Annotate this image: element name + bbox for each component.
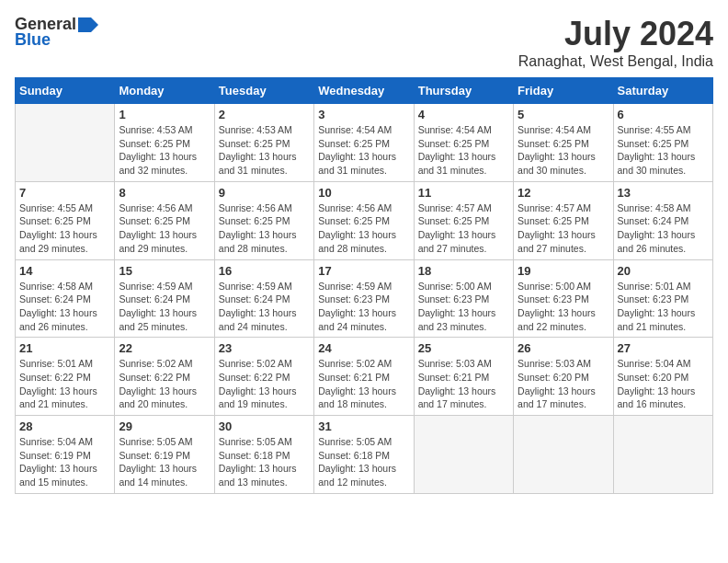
cell-info: Sunrise: 5:02 AM Sunset: 6:22 PM Dayligh… xyxy=(219,357,310,411)
calendar-cell: 25Sunrise: 5:03 AM Sunset: 6:21 PM Dayli… xyxy=(414,338,513,416)
weekday-header-tuesday: Tuesday xyxy=(214,78,313,104)
calendar-cell: 5Sunrise: 4:54 AM Sunset: 6:25 PM Daylig… xyxy=(514,104,613,182)
day-number: 18 xyxy=(418,264,509,278)
cell-info: Sunrise: 5:04 AM Sunset: 6:20 PM Dayligh… xyxy=(618,357,709,411)
cell-info: Sunrise: 4:55 AM Sunset: 6:25 PM Dayligh… xyxy=(19,201,110,256)
calendar-week-row: 1Sunrise: 4:53 AM Sunset: 6:25 PM Daylig… xyxy=(16,104,713,182)
calendar-cell: 19Sunrise: 5:00 AM Sunset: 6:23 PM Dayli… xyxy=(514,259,613,338)
calendar-cell: 20Sunrise: 5:01 AM Sunset: 6:23 PM Dayli… xyxy=(613,259,712,338)
cell-info: Sunrise: 5:03 AM Sunset: 6:21 PM Dayligh… xyxy=(418,357,509,411)
cell-info: Sunrise: 5:00 AM Sunset: 6:23 PM Dayligh… xyxy=(518,280,609,334)
cell-info: Sunrise: 4:54 AM Sunset: 6:25 PM Dayligh… xyxy=(318,123,409,178)
logo-text-blue: Blue xyxy=(15,30,51,50)
calendar-cell xyxy=(613,416,712,494)
cell-info: Sunrise: 4:59 AM Sunset: 6:24 PM Dayligh… xyxy=(119,280,210,334)
weekday-header-row: SundayMondayTuesdayWednesdayThursdayFrid… xyxy=(16,78,713,104)
day-number: 23 xyxy=(219,341,310,355)
cell-info: Sunrise: 4:59 AM Sunset: 6:24 PM Dayligh… xyxy=(219,280,310,334)
cell-info: Sunrise: 4:57 AM Sunset: 6:25 PM Dayligh… xyxy=(518,201,609,256)
calendar-week-row: 21Sunrise: 5:01 AM Sunset: 6:22 PM Dayli… xyxy=(16,338,713,416)
calendar-cell: 22Sunrise: 5:02 AM Sunset: 6:22 PM Dayli… xyxy=(115,338,214,416)
calendar-cell: 10Sunrise: 4:56 AM Sunset: 6:25 PM Dayli… xyxy=(314,181,414,259)
weekday-header-saturday: Saturday xyxy=(613,78,712,104)
cell-info: Sunrise: 5:02 AM Sunset: 6:21 PM Dayligh… xyxy=(318,357,409,411)
day-number: 17 xyxy=(318,264,409,278)
month-year-title: July 2024 xyxy=(518,15,713,53)
day-number: 15 xyxy=(119,264,210,278)
weekday-header-thursday: Thursday xyxy=(414,78,513,104)
cell-info: Sunrise: 5:05 AM Sunset: 6:18 PM Dayligh… xyxy=(318,435,409,489)
calendar-cell: 2Sunrise: 4:53 AM Sunset: 6:25 PM Daylig… xyxy=(214,104,313,182)
cell-info: Sunrise: 5:01 AM Sunset: 6:22 PM Dayligh… xyxy=(19,357,110,411)
cell-info: Sunrise: 5:00 AM Sunset: 6:23 PM Dayligh… xyxy=(418,280,509,334)
cell-info: Sunrise: 4:56 AM Sunset: 6:25 PM Dayligh… xyxy=(318,201,409,256)
weekday-header-monday: Monday xyxy=(115,78,214,104)
svg-marker-0 xyxy=(78,17,98,32)
calendar-cell: 3Sunrise: 4:54 AM Sunset: 6:25 PM Daylig… xyxy=(314,104,414,182)
cell-info: Sunrise: 4:53 AM Sunset: 6:25 PM Dayligh… xyxy=(219,123,310,178)
day-number: 9 xyxy=(219,186,310,200)
calendar-cell: 17Sunrise: 4:59 AM Sunset: 6:23 PM Dayli… xyxy=(314,259,414,338)
day-number: 20 xyxy=(618,264,709,278)
day-number: 21 xyxy=(19,341,110,355)
day-number: 14 xyxy=(19,264,110,278)
calendar-cell: 24Sunrise: 5:02 AM Sunset: 6:21 PM Dayli… xyxy=(314,338,414,416)
cell-info: Sunrise: 5:05 AM Sunset: 6:19 PM Dayligh… xyxy=(119,435,210,489)
calendar-cell: 11Sunrise: 4:57 AM Sunset: 6:25 PM Dayli… xyxy=(414,181,513,259)
weekday-header-wednesday: Wednesday xyxy=(314,78,414,104)
calendar-cell: 23Sunrise: 5:02 AM Sunset: 6:22 PM Dayli… xyxy=(214,338,313,416)
calendar-table: SundayMondayTuesdayWednesdayThursdayFrid… xyxy=(15,77,713,494)
location-subtitle: Ranaghat, West Bengal, India xyxy=(518,53,713,70)
calendar-cell: 28Sunrise: 5:04 AM Sunset: 6:19 PM Dayli… xyxy=(16,416,115,494)
calendar-cell: 26Sunrise: 5:03 AM Sunset: 6:20 PM Dayli… xyxy=(514,338,613,416)
calendar-cell: 16Sunrise: 4:59 AM Sunset: 6:24 PM Dayli… xyxy=(214,259,313,338)
calendar-cell xyxy=(16,104,115,182)
calendar-week-row: 7Sunrise: 4:55 AM Sunset: 6:25 PM Daylig… xyxy=(16,181,713,259)
day-number: 11 xyxy=(418,186,509,200)
calendar-cell: 30Sunrise: 5:05 AM Sunset: 6:18 PM Dayli… xyxy=(214,416,313,494)
day-number: 29 xyxy=(119,419,210,433)
day-number: 28 xyxy=(19,419,110,433)
day-number: 10 xyxy=(318,186,409,200)
day-number: 30 xyxy=(219,419,310,433)
calendar-week-row: 28Sunrise: 5:04 AM Sunset: 6:19 PM Dayli… xyxy=(16,416,713,494)
day-number: 24 xyxy=(318,341,409,355)
cell-info: Sunrise: 5:01 AM Sunset: 6:23 PM Dayligh… xyxy=(618,280,709,334)
cell-info: Sunrise: 5:02 AM Sunset: 6:22 PM Dayligh… xyxy=(119,357,210,411)
cell-info: Sunrise: 5:05 AM Sunset: 6:18 PM Dayligh… xyxy=(219,435,310,489)
calendar-cell: 27Sunrise: 5:04 AM Sunset: 6:20 PM Dayli… xyxy=(613,338,712,416)
cell-info: Sunrise: 4:53 AM Sunset: 6:25 PM Dayligh… xyxy=(119,123,210,178)
day-number: 6 xyxy=(618,108,709,121)
day-number: 12 xyxy=(518,186,609,200)
cell-info: Sunrise: 5:04 AM Sunset: 6:19 PM Dayligh… xyxy=(19,435,110,489)
title-area: July 2024 Ranaghat, West Bengal, India xyxy=(518,15,713,70)
day-number: 27 xyxy=(618,341,709,355)
calendar-cell: 1Sunrise: 4:53 AM Sunset: 6:25 PM Daylig… xyxy=(115,104,214,182)
cell-info: Sunrise: 5:03 AM Sunset: 6:20 PM Dayligh… xyxy=(518,357,609,411)
day-number: 7 xyxy=(19,186,110,200)
logo-arrow-icon xyxy=(78,17,98,32)
calendar-cell: 7Sunrise: 4:55 AM Sunset: 6:25 PM Daylig… xyxy=(16,181,115,259)
day-number: 8 xyxy=(119,186,210,200)
calendar-cell: 21Sunrise: 5:01 AM Sunset: 6:22 PM Dayli… xyxy=(16,338,115,416)
calendar-cell xyxy=(514,416,613,494)
cell-info: Sunrise: 4:54 AM Sunset: 6:25 PM Dayligh… xyxy=(418,123,509,178)
cell-info: Sunrise: 4:59 AM Sunset: 6:23 PM Dayligh… xyxy=(318,280,409,334)
day-number: 4 xyxy=(418,108,509,121)
day-number: 25 xyxy=(418,341,509,355)
day-number: 3 xyxy=(318,108,409,121)
day-number: 19 xyxy=(518,264,609,278)
cell-info: Sunrise: 4:56 AM Sunset: 6:25 PM Dayligh… xyxy=(219,201,310,256)
day-number: 22 xyxy=(119,341,210,355)
calendar-cell: 8Sunrise: 4:56 AM Sunset: 6:25 PM Daylig… xyxy=(115,181,214,259)
cell-info: Sunrise: 4:55 AM Sunset: 6:25 PM Dayligh… xyxy=(618,123,709,178)
calendar-cell: 15Sunrise: 4:59 AM Sunset: 6:24 PM Dayli… xyxy=(115,259,214,338)
cell-info: Sunrise: 4:54 AM Sunset: 6:25 PM Dayligh… xyxy=(518,123,609,178)
day-number: 13 xyxy=(618,186,709,200)
day-number: 1 xyxy=(119,108,210,121)
calendar-cell: 9Sunrise: 4:56 AM Sunset: 6:25 PM Daylig… xyxy=(214,181,313,259)
page-header: General Blue July 2024 Ranaghat, West Be… xyxy=(15,15,713,70)
day-number: 2 xyxy=(219,108,310,121)
calendar-cell: 31Sunrise: 5:05 AM Sunset: 6:18 PM Dayli… xyxy=(314,416,414,494)
cell-info: Sunrise: 4:57 AM Sunset: 6:25 PM Dayligh… xyxy=(418,201,509,256)
